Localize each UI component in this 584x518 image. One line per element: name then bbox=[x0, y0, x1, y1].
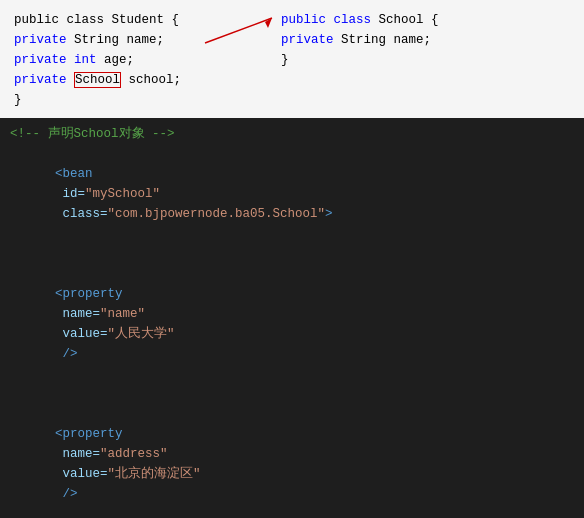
class-arrow bbox=[200, 8, 280, 63]
screenshot: public class Student { private String na… bbox=[0, 0, 584, 518]
student-line1: public class Student { bbox=[14, 10, 181, 30]
xml-prop2: <property name="address" value="北京的海淀区" … bbox=[10, 384, 574, 518]
student-line3: private int age; bbox=[14, 50, 181, 70]
svg-line-0 bbox=[205, 18, 272, 43]
student-line5: } bbox=[14, 90, 181, 110]
school-line3: } bbox=[281, 50, 439, 70]
student-line2: private String name; bbox=[14, 30, 181, 50]
xml-prop1: <property name="name" value="人民大学" /> bbox=[10, 244, 574, 384]
school-class: public class School { private String nam… bbox=[281, 10, 439, 70]
school-line2: private String name; bbox=[281, 30, 439, 50]
xml-bean1-open: <bean id="mySchool" class="com.bjpowerno… bbox=[10, 144, 574, 244]
student-line4: private School school; bbox=[14, 70, 181, 90]
xml-code-section: <!-- 声明School对象 --> <bean id="mySchool" … bbox=[0, 118, 584, 518]
school-line1: public class School { bbox=[281, 10, 439, 30]
xml-comment1: <!-- 声明School对象 --> bbox=[10, 124, 574, 144]
svg-marker-1 bbox=[265, 18, 272, 28]
student-class: public class Student { private String na… bbox=[14, 10, 181, 110]
class-diagram-section: public class Student { private String na… bbox=[0, 0, 584, 118]
